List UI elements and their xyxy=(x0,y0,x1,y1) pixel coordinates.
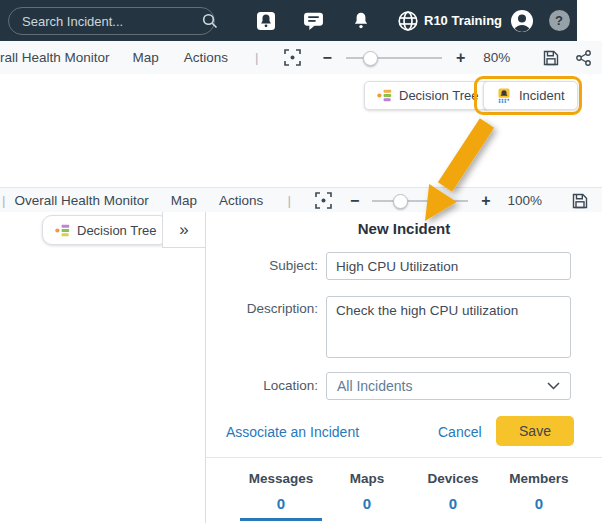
tab-members-count: 0 xyxy=(498,495,580,512)
decision-tree-button[interactable]: Decision Tree xyxy=(42,215,169,245)
search-input[interactable] xyxy=(9,14,202,29)
decision-tree-label: Decision Tree xyxy=(399,88,478,103)
location-dropdown[interactable]: All Incidents xyxy=(326,372,571,400)
map-toolbar-lower: | Overall Health Monitor Map Actions | −… xyxy=(0,187,602,214)
zoom-level: 80% xyxy=(483,50,510,65)
decision-tree-button[interactable]: Decision Tree xyxy=(364,81,491,110)
description-label: Description: xyxy=(206,301,318,316)
chevron-down-icon xyxy=(547,382,560,390)
actions-menu[interactable]: Actions xyxy=(219,193,263,208)
search-icon[interactable] xyxy=(202,13,229,29)
associate-incident-link[interactable]: Associate an Incident xyxy=(226,424,359,440)
zoom-slider-track[interactable] xyxy=(346,57,442,59)
panel-title: New Incident xyxy=(206,220,602,237)
toolbar-divider: | xyxy=(2,193,6,208)
incident-tabs: Messages 0 Maps 0 Devices 0 Members 0 xyxy=(240,458,580,523)
incident-search[interactable] xyxy=(8,7,215,35)
decision-tree-icon xyxy=(377,89,392,102)
tab-messages-count: 0 xyxy=(240,495,322,512)
incident-icon xyxy=(496,88,512,103)
location-label: Location: xyxy=(206,378,318,393)
zoom-out-button[interactable]: − xyxy=(323,50,332,66)
tab-messages[interactable]: Messages 0 xyxy=(240,458,322,523)
incident-label: Incident xyxy=(519,88,565,103)
zoom-in-button[interactable]: + xyxy=(456,50,465,66)
top-navigation-bar: R10 Training ? xyxy=(0,0,577,41)
zoom-slider[interactable] xyxy=(346,51,442,65)
decision-tree-label: Decision Tree xyxy=(77,223,156,238)
subject-input[interactable] xyxy=(326,252,571,280)
expand-panel-button[interactable]: » xyxy=(162,212,205,248)
zoom-slider-thumb[interactable] xyxy=(393,194,408,209)
help-icon[interactable]: ? xyxy=(544,0,574,41)
notifications-bell-icon[interactable] xyxy=(346,0,376,41)
zoom-out-button[interactable]: − xyxy=(350,193,359,209)
globe-icon[interactable] xyxy=(393,0,423,41)
breadcrumb-truncated[interactable]: rall Health Monitor xyxy=(0,50,110,65)
tab-devices-count: 0 xyxy=(412,495,494,512)
decision-tree-icon xyxy=(55,224,70,237)
description-textarea[interactable]: Check the high CPU utilization xyxy=(326,296,571,358)
zoom-slider-thumb[interactable] xyxy=(363,51,378,66)
map-toolbar-upper: rall Health Monitor Map Actions | − + 80… xyxy=(0,41,602,75)
subject-label: Subject: xyxy=(206,258,318,273)
tab-messages-label: Messages xyxy=(240,471,322,486)
tab-devices[interactable]: Devices 0 xyxy=(412,458,494,523)
save-button[interactable]: Save xyxy=(496,416,574,446)
toolbar-divider: | xyxy=(287,193,291,208)
zoom-in-button[interactable]: + xyxy=(481,193,490,209)
tab-maps[interactable]: Maps 0 xyxy=(326,458,408,523)
fit-to-screen-icon[interactable] xyxy=(284,49,301,66)
incident-button[interactable]: Incident xyxy=(483,81,578,110)
new-incident-panel: New Incident Subject: Description: Check… xyxy=(205,212,602,523)
map-canvas-lower: Decision Tree » xyxy=(0,212,205,523)
tab-members[interactable]: Members 0 xyxy=(498,458,580,523)
app-window: R10 Training ? rall Health Monitor Map A… xyxy=(0,0,602,523)
tab-members-label: Members xyxy=(498,471,580,486)
messages-icon[interactable] xyxy=(298,0,328,41)
breadcrumb[interactable]: Overall Health Monitor xyxy=(15,193,149,208)
zoom-level: 100% xyxy=(508,193,543,208)
user-avatar-icon[interactable] xyxy=(507,0,537,41)
toolbar-divider: | xyxy=(255,50,259,65)
tab-maps-label: Maps xyxy=(326,471,408,486)
actions-menu[interactable]: Actions xyxy=(184,50,228,65)
map-menu[interactable]: Map xyxy=(133,50,159,65)
zoom-slider[interactable] xyxy=(372,194,468,208)
tab-maps-count: 0 xyxy=(326,495,408,512)
share-icon[interactable] xyxy=(576,50,591,66)
account-name[interactable]: R10 Training xyxy=(424,0,502,41)
map-canvas-upper: Decision Tree Incident xyxy=(0,74,602,187)
cancel-button[interactable]: Cancel xyxy=(438,424,482,440)
location-selected-value: All Incidents xyxy=(337,378,412,394)
zoom-slider-track[interactable] xyxy=(372,200,468,202)
save-map-icon[interactable] xyxy=(543,50,559,66)
lower-section: Decision Tree » New Incident Subject: De… xyxy=(0,212,602,523)
map-menu[interactable]: Map xyxy=(171,193,197,208)
incident-alarm-icon[interactable] xyxy=(251,0,281,41)
fit-to-screen-icon[interactable] xyxy=(315,192,332,209)
save-map-icon[interactable] xyxy=(572,193,588,209)
tab-devices-label: Devices xyxy=(412,471,494,486)
